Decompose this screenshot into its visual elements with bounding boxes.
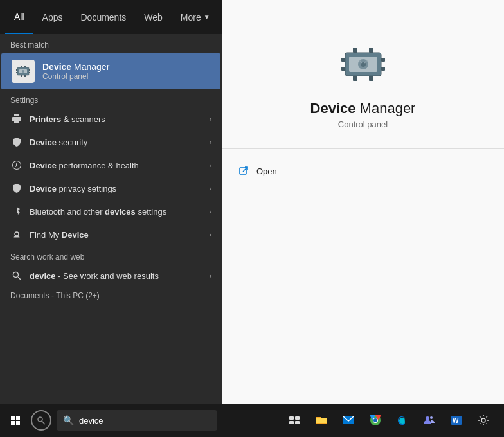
divider — [222, 148, 504, 149]
settings-section: Settings Printers & scanners › — [0, 89, 222, 246]
svg-rect-23 — [341, 58, 345, 62]
settings-item-bluetooth[interactable]: Bluetooth and other devices settings › — [0, 200, 222, 223]
settings-label: Settings — [0, 89, 222, 107]
app-title: Device Manager — [310, 100, 416, 117]
search-web-label: Search work and web — [0, 246, 222, 264]
start-button[interactable] — [3, 407, 28, 433]
app-subtitle: Control panel — [338, 120, 388, 129]
svg-point-37 — [38, 417, 42, 422]
best-match-text: Device Manager Control panel — [42, 62, 109, 81]
settings-item-security[interactable]: Device security › — [0, 130, 222, 154]
word-icon[interactable]: W — [444, 407, 469, 433]
chevron-down-icon: ▼ — [204, 13, 210, 21]
taskbar-icons: W — [282, 407, 496, 433]
svg-point-15 — [14, 272, 19, 278]
svg-point-47 — [426, 416, 429, 420]
open-action[interactable]: Open — [222, 159, 504, 183]
svg-rect-5 — [21, 66, 22, 67]
svg-rect-24 — [341, 67, 345, 71]
svg-rect-12 — [29, 72, 30, 73]
settings-item-findmy[interactable]: Find My Device › — [0, 223, 222, 246]
edge-icon[interactable] — [390, 407, 415, 433]
taskbar-search-input[interactable] — [79, 416, 211, 425]
taskbar-search-box[interactable]: 🔍 — [57, 410, 217, 431]
tab-documents[interactable]: Documents — [71, 0, 135, 34]
svg-rect-41 — [289, 421, 294, 424]
performance-icon — [10, 159, 23, 172]
svg-rect-34 — [16, 416, 20, 420]
chevron-right-icon: › — [210, 116, 212, 123]
device-manager-icon — [12, 60, 35, 83]
bluetooth-text: Bluetooth and other devices settings — [30, 207, 210, 217]
svg-rect-19 — [353, 48, 357, 53]
svg-rect-33 — [11, 416, 15, 420]
tabs-row: All Apps Documents Web More ▼ — [0, 0, 222, 34]
svg-rect-35 — [11, 421, 15, 425]
svg-point-51 — [482, 418, 485, 422]
taskbar-search-icon: 🔍 — [63, 415, 74, 425]
app-icon-large — [338, 39, 389, 90]
shield-icon — [10, 136, 23, 148]
open-icon — [237, 165, 250, 177]
svg-rect-39 — [289, 416, 294, 420]
svg-rect-25 — [381, 58, 385, 62]
svg-rect-10 — [16, 72, 17, 73]
printers-text: Printers & scanners — [30, 114, 210, 124]
svg-text:W: W — [453, 417, 459, 424]
printer-icon — [10, 112, 23, 125]
chevron-right-icon-4: › — [210, 185, 212, 192]
chevron-right-icon-7: › — [210, 272, 212, 280]
svg-rect-21 — [353, 76, 357, 81]
svg-rect-26 — [381, 67, 385, 71]
svg-line-16 — [18, 277, 21, 280]
privacy-text: Device privacy settings — [30, 184, 210, 193]
settings-item-printers[interactable]: Printers & scanners › — [0, 107, 222, 130]
findmy-text: Find My Device — [30, 230, 210, 240]
tab-more[interactable]: More ▼ — [172, 0, 219, 34]
chevron-right-icon-3: › — [210, 162, 212, 169]
svg-point-46 — [374, 418, 377, 422]
search-circle[interactable] — [31, 410, 51, 431]
svg-rect-22 — [369, 76, 374, 81]
svg-rect-36 — [16, 421, 20, 425]
bluetooth-icon — [10, 205, 23, 218]
tab-all[interactable]: All — [5, 0, 33, 34]
svg-line-38 — [42, 422, 46, 425]
findmy-icon — [10, 228, 23, 241]
svg-point-13 — [22, 70, 24, 73]
svg-rect-42 — [295, 421, 300, 424]
best-match-title: Device Manager — [42, 62, 109, 72]
tab-apps[interactable]: Apps — [33, 0, 72, 34]
search-results-left-panel: All Apps Documents Web More ▼ Best match — [0, 0, 222, 404]
svg-rect-20 — [369, 48, 374, 53]
svg-rect-11 — [29, 69, 30, 71]
settings-item-privacy[interactable]: Device privacy settings › — [0, 177, 222, 200]
svg-rect-40 — [295, 416, 300, 420]
best-match-item[interactable]: Device Manager Control panel — [1, 53, 221, 89]
web-search-text: device - See work and web results — [30, 271, 210, 281]
file-explorer-icon[interactable] — [309, 407, 334, 433]
svg-rect-6 — [24, 66, 26, 67]
svg-rect-8 — [24, 75, 26, 77]
tab-web[interactable]: Web — [135, 0, 172, 34]
task-view-icon[interactable] — [282, 407, 307, 433]
search-icon — [10, 269, 23, 282]
chevron-right-icon-2: › — [210, 139, 212, 146]
web-search-item[interactable]: device - See work and web results › — [0, 264, 222, 287]
settings-icon-taskbar[interactable] — [471, 407, 496, 433]
teams-icon[interactable] — [417, 407, 442, 433]
svg-point-14 — [15, 232, 19, 236]
best-match-label: Best match — [0, 34, 222, 53]
taskbar: 🔍 — [0, 404, 504, 437]
documents-section: Documents - This PC (2+) — [0, 287, 222, 303]
svg-rect-9 — [16, 69, 17, 71]
outlook-icon[interactable] — [336, 407, 361, 433]
open-label: Open — [256, 166, 277, 176]
svg-point-48 — [430, 416, 433, 419]
security-text: Device security — [30, 138, 210, 147]
chevron-right-icon-6: › — [210, 231, 212, 238]
privacy-icon — [10, 182, 23, 195]
chrome-icon[interactable] — [363, 407, 388, 433]
settings-item-performance[interactable]: Device performance & health › — [0, 154, 222, 177]
performance-text: Device performance & health — [30, 161, 210, 170]
